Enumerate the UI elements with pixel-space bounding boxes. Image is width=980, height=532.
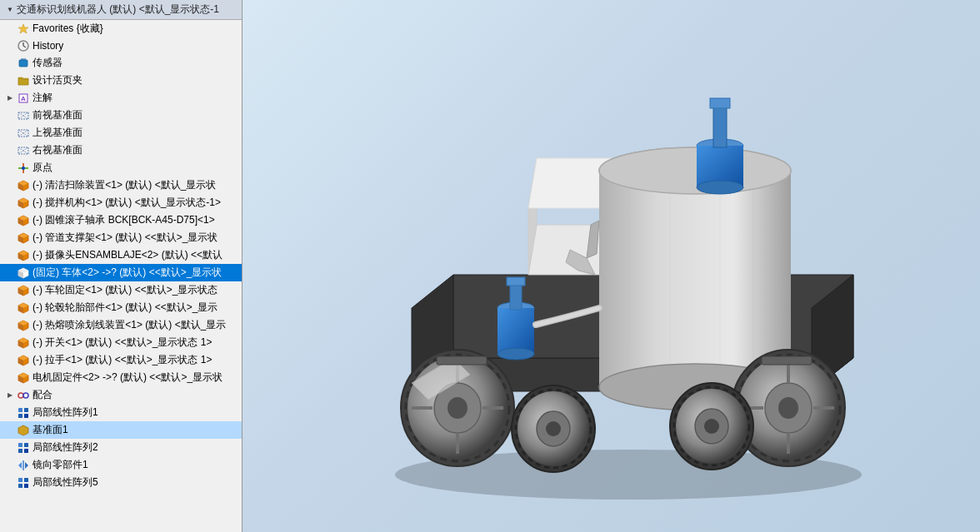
part-icon	[17, 196, 30, 210]
sidebar-item-design-folder[interactable]: 设计活页夹	[0, 72, 242, 89]
sidebar-item-switch[interactable]: (-) 开关<1> (默认) <<默认>_显示状态 1>	[0, 334, 242, 351]
sidebar-item-clean[interactable]: (-) 清洁扫除装置<1> (默认) <默认_显示状	[0, 177, 242, 194]
sidebar-item-tire[interactable]: (-) 轮毂轮胎部件<1> (默认) <<默认>_显示	[0, 299, 242, 316]
svg-marker-64	[18, 425, 28, 435]
expand-arrow-icon: ▼	[5, 5, 15, 15]
part-icon	[17, 301, 30, 315]
sidebar-item-label-top-plane: 上视基准面	[32, 126, 82, 140]
expand-arrow-icon	[5, 373, 15, 383]
pattern-icon	[17, 441, 30, 455]
sidebar[interactable]: ▼ 交通标识划线机器人 (默认) <默认_显示状态-1 Favorites {收…	[0, 0, 242, 532]
sidebar-item-top-plane[interactable]: 上视基准面	[0, 124, 242, 142]
expand-arrow-icon	[5, 146, 15, 156]
expand-arrow-icon: ▶	[5, 93, 15, 103]
mirror-icon	[17, 459, 30, 472]
clock-icon	[17, 39, 30, 52]
sidebar-item-base1[interactable]: 基准面1	[0, 421, 242, 439]
svg-rect-62	[18, 414, 22, 418]
sidebar-item-label-history: History	[32, 40, 63, 52]
svg-rect-68	[24, 449, 28, 453]
svg-rect-123	[437, 356, 487, 365]
sidebar-item-bearing[interactable]: (-) 圆锥滚子轴承 BCK[BCK-A45-D75]<1>	[0, 211, 242, 229]
sidebar-item-camera[interactable]: (-) 摄像头ENSAMBLAJE<2> (默认) <<默认	[0, 246, 242, 264]
mate-icon	[17, 389, 30, 402]
sidebar-item-label-switch: (-) 开关<1> (默认) <<默认>_显示状态 1>	[32, 336, 212, 350]
main-3d-view[interactable]	[242, 0, 980, 532]
sidebar-item-handle[interactable]: (-) 拉手<1> (默认) <<默认>_显示状态 1>	[0, 351, 242, 369]
sidebar-item-label-wheel-fix: (-) 车轮固定<1> (默认) <<默认>_显示状态	[32, 283, 218, 297]
part-icon	[17, 214, 30, 227]
pattern-icon	[17, 476, 30, 490]
sidebar-item-pattern1[interactable]: 局部线性阵列1	[0, 404, 242, 421]
expand-arrow-icon	[5, 286, 15, 296]
sidebar-item-label-pattern1: 局部线性阵列1	[32, 405, 98, 420]
sidebar-item-right-plane[interactable]: 右视基准面	[0, 142, 242, 159]
sidebar-item-pattern2[interactable]: 局部线性阵列2	[0, 439, 242, 456]
svg-rect-94	[507, 277, 525, 286]
svg-rect-61	[24, 408, 28, 412]
sidebar-item-label-tire: (-) 轮毂轮胎部件<1> (默认) <<默认>_显示	[32, 301, 218, 315]
sidebar-item-front-plane[interactable]: 前视基准面	[0, 107, 242, 124]
sidebar-item-label-right-plane: 右视基准面	[32, 143, 82, 157]
expand-arrow-icon	[5, 216, 15, 226]
sidebar-item-label-base1: 基准面1	[32, 423, 68, 437]
sidebar-item-wheel-fix[interactable]: (-) 车轮固定<1> (默认) <<默认>_显示状态	[0, 281, 242, 299]
sidebar-item-mate[interactable]: ▶ 配合	[0, 386, 242, 404]
tree-container: Favorites {收藏} History 传感器 设计活页夹▶ A 注解 前…	[0, 20, 242, 491]
annot-icon: A	[17, 92, 30, 105]
svg-rect-124	[762, 356, 812, 365]
expand-arrow-icon	[5, 181, 15, 191]
expand-arrow-icon	[5, 460, 15, 470]
expand-arrow-icon	[5, 408, 15, 418]
sidebar-item-mirror1[interactable]: 镜向零部件1	[0, 456, 242, 474]
expand-arrow-icon	[5, 128, 15, 138]
sidebar-item-label-mirror1: 镜向零部件1	[32, 458, 88, 472]
sidebar-item-pipe-bracket[interactable]: (-) 管道支撑架<1> (默认) <<默认>_显示状	[0, 229, 242, 246]
sidebar-item-label-chassis: (固定) 车体<2> ->? (默认) <<默认>_显示状	[32, 266, 222, 280]
svg-point-59	[23, 393, 28, 398]
base-icon	[17, 424, 30, 437]
expand-arrow-icon	[5, 303, 15, 313]
svg-rect-73	[24, 478, 28, 482]
sidebar-item-sensor[interactable]: 传感器	[0, 54, 242, 72]
sidebar-item-pattern5[interactable]: 局部线性阵列5	[0, 474, 242, 491]
sidebar-item-annotation[interactable]: ▶ A 注解	[0, 89, 242, 107]
expand-arrow-icon	[5, 425, 15, 435]
expand-arrow-icon	[5, 251, 15, 261]
svg-rect-91	[498, 308, 534, 354]
sensor-icon	[17, 57, 30, 70]
part-icon	[17, 354, 30, 367]
expand-arrow-icon	[5, 163, 15, 173]
sidebar-item-mixer[interactable]: (-) 搅拌机构<1> (默认) <默认_显示状态-1>	[0, 194, 242, 211]
expand-arrow-icon	[5, 41, 15, 51]
sidebar-item-label-hotmelt: (-) 热熔喷涂划线装置<1> (默认) <默认_显示	[32, 318, 226, 332]
folder-icon	[17, 74, 30, 87]
sidebar-item-label-front-plane: 前视基准面	[32, 108, 82, 122]
svg-point-121	[704, 419, 719, 434]
sidebar-title: ▼ 交通标识划线机器人 (默认) <默认_显示状态-1	[0, 0, 242, 20]
sidebar-item-favorites[interactable]: Favorites {收藏}	[0, 20, 242, 37]
plane-icon	[17, 127, 30, 140]
sidebar-item-chassis[interactable]: (固定) 车体<2> ->? (默认) <<默认>_显示状	[0, 264, 242, 281]
model-viewport	[242, 0, 980, 532]
sidebar-item-label-design-folder: 设计活页夹	[32, 73, 82, 87]
sidebar-item-label-handle: (-) 拉手<1> (默认) <<默认>_显示状态 1>	[32, 353, 212, 367]
expand-arrow-icon	[5, 321, 15, 331]
sidebar-item-motor-fix[interactable]: 电机固定件<2> ->? (默认) <<默认>_显示状	[0, 369, 242, 386]
part-icon	[17, 249, 30, 262]
svg-rect-88	[713, 104, 727, 147]
expand-arrow-icon	[5, 76, 15, 86]
sidebar-item-label-favorites: Favorites {收藏}	[32, 22, 103, 36]
svg-point-92	[498, 348, 534, 360]
part-icon	[17, 179, 30, 192]
expand-arrow-icon	[5, 111, 15, 121]
sidebar-item-hotmelt[interactable]: (-) 热熔喷涂划线装置<1> (默认) <默认_显示	[0, 316, 242, 334]
svg-marker-70	[25, 462, 28, 469]
expand-arrow-icon	[5, 355, 15, 365]
svg-marker-69	[18, 462, 22, 469]
svg-line-3	[23, 46, 26, 47]
sidebar-item-origin[interactable]: 原点	[0, 159, 242, 177]
sidebar-item-history[interactable]: History	[0, 37, 242, 54]
star-icon	[17, 22, 30, 36]
sidebar-item-label-clean: (-) 清洁扫除装置<1> (默认) <默认_显示状	[32, 178, 216, 192]
